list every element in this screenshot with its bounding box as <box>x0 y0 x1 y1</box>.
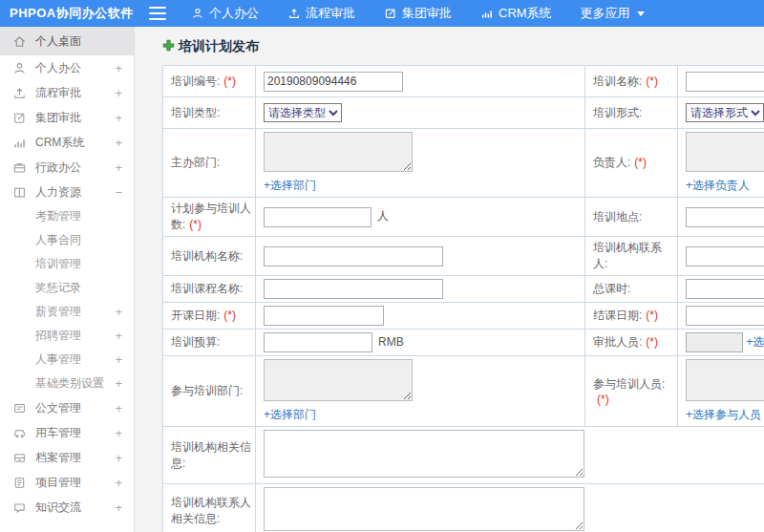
approver-input[interactable] <box>686 332 743 352</box>
total-hours-input[interactable] <box>686 279 764 299</box>
hamburger-icon[interactable] <box>149 7 166 20</box>
training-type-select[interactable]: 请选择类型 <box>264 103 342 122</box>
course-name-input[interactable] <box>264 279 443 299</box>
sidebar-item-personal-office[interactable]: 个人办公 + <box>0 55 134 80</box>
start-date-input[interactable] <box>264 306 384 326</box>
nav-item-process-approval[interactable]: 流程审批 <box>287 5 355 22</box>
archive-icon <box>12 451 27 465</box>
topbar: PHPOA协同办公软件 个人办公 流程审批 集团审批 CRM系统 更多应用 <box>0 0 764 27</box>
end-date-input[interactable] <box>686 306 764 326</box>
training-plan-form: 培训编号:(*) 培训名称:(*) 培训类型: 请选择类型 培训形式: 请选择形… <box>162 65 764 532</box>
location-input[interactable] <box>686 207 764 227</box>
sidebar-item-vehicle-mgmt[interactable]: 用车管理 + <box>0 420 134 445</box>
field-label: 培训机构联系人相关信息: <box>171 496 251 525</box>
edit-icon <box>384 7 397 20</box>
nav-item-crm[interactable]: CRM系统 <box>480 5 552 22</box>
user-icon <box>12 61 27 75</box>
leader-textarea[interactable] <box>686 132 764 172</box>
upload-icon <box>287 7 301 20</box>
main-content: 培训计划发布 培训编号:(*) 培训名称:(*) 培训类型: 请选择类型 培训形… <box>135 27 764 532</box>
sidebar-item-knowledge[interactable]: 知识交流 + <box>0 495 134 520</box>
car-icon <box>12 426 27 440</box>
chart-icon <box>12 136 27 150</box>
training-number-input[interactable] <box>264 72 403 92</box>
select-dept-link[interactable]: +选择部门 <box>264 407 581 423</box>
sidebar-item-training-mgmt[interactable]: 培训管理 <box>0 252 134 276</box>
participate-dept-textarea[interactable] <box>264 359 413 401</box>
currency-suffix: RMB <box>378 335 404 349</box>
nav-item-more-apps[interactable]: 更多应用 <box>581 5 645 22</box>
org-name-input[interactable] <box>264 246 443 266</box>
field-label: 培训机构相关信息: <box>171 440 251 470</box>
sidebar-item-admin-office[interactable]: 行政办公 + <box>0 155 134 180</box>
add-icon <box>162 39 175 54</box>
training-form-select[interactable]: 请选择形式 <box>686 103 764 122</box>
table-row: 培训编号:(*) 培训名称:(*) <box>163 66 764 97</box>
nav-item-group-approval[interactable]: 集团审批 <box>384 5 452 22</box>
field-label: 培训机构名称: <box>171 249 243 263</box>
planned-count-input[interactable] <box>264 207 371 227</box>
top-nav: 个人办公 流程审批 集团审批 CRM系统 更多应用 <box>191 5 645 22</box>
briefcase-icon <box>12 160 27 175</box>
budget-input[interactable] <box>264 332 372 352</box>
org-info-textarea[interactable] <box>264 430 584 478</box>
table-row: 培训机构相关信息: <box>163 427 764 484</box>
sidebar-item-hr[interactable]: 人力资源 − <box>0 180 134 204</box>
select-approver-link[interactable]: +选择审批人员 <box>746 335 764 349</box>
nav-item-personal-office[interactable]: 个人办公 <box>191 5 259 22</box>
table-row: 培训机构联系人相关信息: <box>163 484 764 532</box>
unit-suffix: 人 <box>377 209 389 223</box>
sidebar-item-base-category[interactable]: 基础类别设置 + <box>0 372 134 395</box>
select-leader-link[interactable]: +选择负责人 <box>686 178 764 194</box>
sidebar-item-hr-contract[interactable]: 人事合同 <box>0 228 134 252</box>
sidebar: 个人桌面 个人办公 + 流程审批 + 集团审批 + CRM系统 + 行政办公 +… <box>0 27 135 532</box>
sidebar-item-reward-record[interactable]: 奖惩记录 <box>0 276 134 300</box>
table-row: 培训预算: RMB 审批人员:(*) +选择审批人员 <box>163 330 764 356</box>
sidebar-item-group-approval[interactable]: 集团审批 + <box>0 105 134 130</box>
field-label: 计划参与培训人数: <box>171 202 251 231</box>
book-icon <box>12 185 27 200</box>
caret-down-icon <box>637 11 645 16</box>
sidebar-item-desktop[interactable]: 个人桌面 <box>0 27 134 55</box>
chart-icon <box>480 7 494 20</box>
org-contact-info-textarea[interactable] <box>264 487 584 531</box>
table-row: 计划参与培训人数:(*) 人 培训地点: <box>163 198 764 237</box>
field-label: 审批人员: <box>593 335 642 349</box>
required-marker: (*) <box>646 309 658 322</box>
field-label: 主办部门: <box>171 156 220 169</box>
app-logo: PHPOA协同办公软件 <box>0 5 136 22</box>
required-marker: (*) <box>634 156 647 169</box>
field-label: 培训课程名称: <box>171 282 243 295</box>
field-label: 培训名称: <box>593 74 642 88</box>
required-marker: (*) <box>223 309 236 322</box>
host-dept-textarea[interactable] <box>264 132 413 172</box>
table-row: 主办部门: +选择部门 负责人:(*) +选择负责人 <box>163 129 764 198</box>
sidebar-item-recruit-mgmt[interactable]: 招聘管理 + <box>0 324 134 348</box>
org-contact-input[interactable] <box>686 246 764 266</box>
notebook-icon <box>12 476 27 490</box>
sidebar-item-salary-mgmt[interactable]: 薪资管理 + <box>0 300 134 324</box>
sidebar-item-document-mgmt[interactable]: 公文管理 + <box>0 395 134 420</box>
participants-textarea[interactable] <box>686 359 764 401</box>
sidebar-item-process-approval[interactable]: 流程审批 + <box>0 80 134 105</box>
chat-icon <box>12 500 27 515</box>
sidebar-item-archive-mgmt[interactable]: 档案管理 + <box>0 445 134 470</box>
field-label: 培训编号: <box>171 74 220 88</box>
field-label: 开课日期: <box>171 309 220 322</box>
required-marker: (*) <box>646 74 658 88</box>
sidebar-item-attendance[interactable]: 考勤管理 <box>0 204 134 228</box>
sidebar-item-crm[interactable]: CRM系统 + <box>0 130 134 155</box>
required-marker: (*) <box>189 218 202 231</box>
select-participants-link[interactable]: +选择参与人员 <box>686 407 764 423</box>
sidebar-item-project-mgmt[interactable]: 项目管理 + <box>0 470 134 495</box>
required-marker: (*) <box>223 74 236 88</box>
training-name-input[interactable] <box>686 72 764 92</box>
sidebar-item-personnel-mgmt[interactable]: 人事管理 + <box>0 348 134 372</box>
select-dept-link[interactable]: +选择部门 <box>264 178 581 194</box>
required-marker: (*) <box>646 335 658 349</box>
field-label: 培训预算: <box>171 335 220 349</box>
table-row: 培训课程名称: 总课时: <box>163 276 764 303</box>
field-label: 参与培训人员: <box>593 377 665 391</box>
document-icon <box>12 401 27 415</box>
home-icon <box>12 34 27 49</box>
